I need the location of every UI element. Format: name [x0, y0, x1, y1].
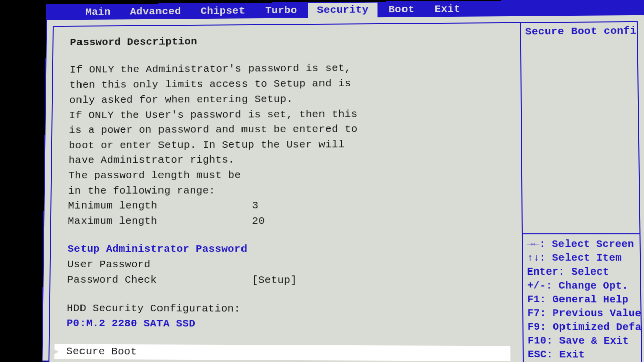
tab-boot[interactable]: Boot: [379, 2, 423, 17]
desc-line: only asked for when entering Setup.: [69, 90, 509, 108]
desc-line: is a power on password and must be enter…: [69, 121, 509, 138]
tab-security[interactable]: Security: [308, 3, 377, 18]
setup-admin-password-item[interactable]: Setup Administrator Password: [67, 242, 510, 257]
bios-screen: Aptio Setup Utility – Copyright (C) 2021…: [42, 0, 644, 362]
tab-advanced[interactable]: Advanced: [121, 4, 190, 19]
tab-main[interactable]: Main: [76, 5, 120, 20]
desc-line: The password length must be: [68, 167, 509, 184]
side-panel: Secure Boot configuration →←: Select Scr…: [520, 21, 642, 362]
password-check-value: [Setup]: [252, 273, 297, 288]
desc-line: then this only limits access to Setup an…: [69, 75, 508, 93]
hdd-drive-item[interactable]: P0:M.2 2280 SATA SSD: [67, 316, 510, 333]
secure-boot-label: Secure Boot: [66, 344, 137, 360]
min-length-row: Minimum length 3: [68, 198, 509, 214]
help-key-select-screen: →←: Select Screen: [527, 238, 636, 251]
desc-line: have Administrator rights.: [68, 152, 509, 168]
help-key-general-help: F1: General Help: [527, 293, 636, 307]
tab-exit[interactable]: Exit: [426, 2, 470, 17]
help-key-enter: Enter: Select: [527, 265, 636, 279]
tab-turbo[interactable]: Turbo: [256, 3, 306, 18]
workspace: Password Description If ONLY the Adminis…: [42, 15, 644, 362]
secure-boot-item[interactable]: ▶ Secure Boot: [54, 344, 510, 361]
desc-line: If ONLY the User's password is set, then…: [69, 106, 509, 123]
help-key-optimized-defaults: F9: Optimized Defaults: [527, 320, 636, 334]
help-key-esc-exit: ESC: Exit: [528, 348, 637, 362]
main-panel: Password Description If ONLY the Adminis…: [48, 22, 523, 362]
help-key-save-exit: F10: Save & Exit: [528, 334, 637, 348]
help-key-change-opt: +/-: Change Opt.: [527, 279, 636, 293]
selection-triangle-icon: ▶: [53, 345, 59, 358]
password-check-label: Password Check: [67, 273, 252, 288]
min-length-label: Minimum length: [68, 199, 252, 214]
help-keys: →←: Select Screen ↑↓: Select Item Enter:…: [523, 235, 641, 362]
desc-line: boot or enter Setup. In Setup the User w…: [69, 137, 509, 153]
tab-chipset[interactable]: Chipset: [192, 4, 254, 19]
max-length-value: 20: [252, 214, 265, 229]
max-length-row: Maximum length 20: [68, 214, 509, 229]
user-password-item[interactable]: User Password: [67, 257, 510, 274]
min-length-value: 3: [252, 199, 259, 214]
max-length-label: Maximum length: [68, 214, 252, 229]
help-description: Secure Boot configuration: [521, 22, 640, 234]
help-key-select-item: ↑↓: Select Item: [527, 251, 636, 265]
desc-line: in the following range:: [68, 183, 509, 199]
help-key-previous-values: F7: Previous Values: [527, 306, 636, 320]
password-check-row[interactable]: Password Check [Setup]: [67, 273, 510, 289]
hdd-security-heading: HDD Security Configuration:: [67, 301, 510, 317]
